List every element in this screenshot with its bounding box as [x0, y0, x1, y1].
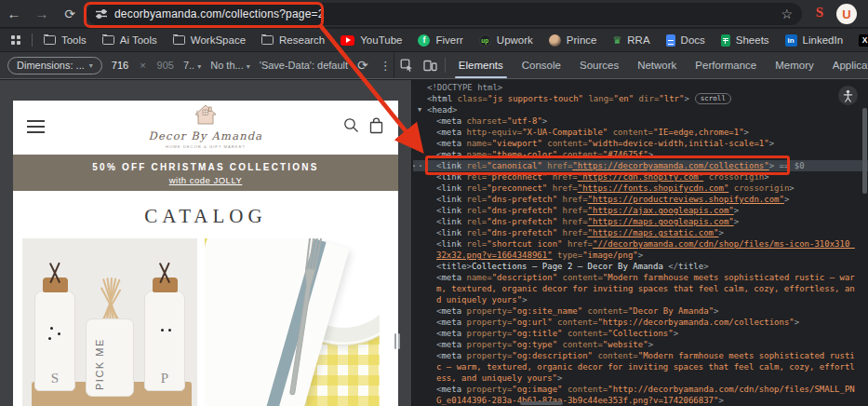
device-toolbar-toggle-icon[interactable] [419, 60, 443, 72]
dom-node[interactable]: <meta name="description" content="Modern… [413, 272, 868, 305]
promo-code-link[interactable]: with code JOLLY [13, 175, 398, 185]
bookmark-fiverr[interactable]: fFiverr [418, 34, 462, 47]
dom-node[interactable]: <!DOCTYPE html> [413, 82, 868, 93]
extension-icon[interactable]: S [816, 5, 823, 20]
rotate-viewport-icon[interactable]: ⟳ [357, 58, 368, 73]
leather-tie [44, 262, 66, 282]
dom-node[interactable]: <html class="js supports-touch" lang="en… [413, 93, 868, 104]
devtools-tab-bar: ElementsConsoleSourcesNetworkPerformance… [394, 52, 868, 78]
vertical-scrollbar[interactable] [862, 108, 867, 194]
dom-node[interactable]: <link rel="dns-prefetch" href="https://p… [413, 194, 868, 205]
tab-application[interactable]: Application [823, 52, 868, 78]
dom-node[interactable]: <meta name="viewport" content="width=dev… [413, 138, 868, 149]
bookmark-label: Prince [567, 34, 597, 46]
dom-node[interactable]: <meta property="og:description" content=… [413, 350, 868, 384]
product-image-shakers[interactable]: S PICK ME P [22, 238, 197, 406]
cart-bag-icon[interactable] [368, 117, 384, 134]
throttling-dropdown[interactable]: No th... ▾ [210, 60, 250, 71]
save-data-dropdown[interactable]: 'Save-Data': default [260, 60, 348, 71]
back-icon[interactable]: ← [0, 6, 28, 21]
selected-dom-node[interactable]: <link rel="canonical" href="https://deco… [413, 160, 868, 171]
zoom-dropdown[interactable]: 7.. ▾ [183, 60, 201, 71]
accessibility-icon[interactable] [838, 86, 858, 105]
dom-node[interactable]: <link rel="preconnect" href="https://cdn… [413, 171, 868, 183]
scroll-badge[interactable]: scroll [695, 93, 731, 104]
address-bar[interactable]: decorbyamanda.com/collections?page=2 ☆ [87, 3, 802, 25]
fiverr-icon: f [418, 34, 430, 47]
url-text[interactable]: decorbyamanda.com/collections?page=2 [114, 7, 325, 20]
dom-node[interactable]: ▼<head> [413, 104, 868, 115]
dom-node[interactable]: <link rel="preconnect" href="https://fon… [413, 183, 868, 194]
tab-memory[interactable]: Memory [766, 52, 823, 78]
logo-name: Decor By Amanda [13, 129, 398, 142]
site-header: Decor By Amanda HOME DECOR & GIFT MARKET [13, 101, 398, 154]
bookmark-upwork[interactable]: upUpwork [479, 34, 533, 47]
search-icon[interactable] [343, 117, 359, 133]
inspect-element-icon[interactable] [394, 59, 419, 72]
apps-grid-icon[interactable] [11, 35, 20, 45]
promo-banner[interactable]: 50% OFF CHRISTMAS COLLECTIONS with code … [13, 155, 398, 191]
chevron-down-icon: ▾ [197, 62, 201, 71]
dom-node[interactable]: <meta property="og:image" content="http:… [413, 384, 868, 406]
dom-node[interactable]: <link rel="dns-prefetch" href="https://m… [413, 216, 868, 227]
bookmark-ai-tools[interactable]: Ai Tools [102, 34, 157, 46]
bookmark-workspace[interactable]: WorkSpace [173, 34, 246, 46]
tab-network[interactable]: Network [628, 52, 686, 78]
promo-line1: 50% OFF CHRISTMAS COLLECTIONS [13, 162, 398, 172]
bookmark-docs[interactable]: Docs [666, 34, 705, 47]
dom-node[interactable]: <title>Collections – Page 2 – Decor By A… [413, 261, 868, 272]
bookmark-tools[interactable]: Tools [44, 34, 87, 46]
more-options-icon[interactable]: ⋮ [378, 59, 394, 73]
devtools-tabs: ElementsConsoleSourcesNetworkPerformance… [449, 52, 868, 78]
bookmark-youtube[interactable]: YouTube [341, 34, 402, 46]
forward-icon[interactable]: → [28, 6, 56, 21]
dom-node[interactable]: <link rel="dns-prefetch" href="https://m… [413, 227, 868, 238]
tab-console[interactable]: Console [513, 52, 570, 78]
site-settings-icon[interactable] [95, 8, 108, 20]
logo-tagline: HOME DECOR & GIFT MARKET [13, 144, 398, 149]
dom-node[interactable]: <meta name="theme-color" content="#74675… [413, 149, 868, 160]
dom-node[interactable]: <meta http-equiv="X-UA-Compatible" conte… [413, 127, 868, 138]
youtube-icon [341, 35, 354, 46]
viewport-height-input[interactable]: 905 [157, 60, 174, 71]
site-logo[interactable]: Decor By Amanda HOME DECOR & GIFT MARKET [13, 103, 398, 149]
bookmark-label: Tools [61, 34, 87, 46]
chevron-down-icon: ▾ [89, 61, 93, 70]
expand-arrow-icon[interactable]: ▼ [418, 104, 421, 115]
bookmark-prince[interactable]: Prince [549, 34, 597, 47]
bookmark-rra[interactable]: ♛RRA [612, 34, 649, 46]
browser-toolbar: ← → ⟳ decorbyamanda.com/collections?page… [0, 0, 868, 28]
viewport-resize-handle[interactable] [394, 333, 402, 349]
horizontal-scrollbar[interactable] [520, 401, 563, 405]
product-image-tablesetting[interactable] [205, 238, 380, 406]
browser-window: ← → ⟳ decorbyamanda.com/collections?page… [0, 0, 868, 406]
devtools-toolbar-row: Dimensions: ... ▾ 716 × 905 7.. ▾ No th.… [0, 52, 868, 79]
dom-node[interactable]: <meta property="og:title" content="Colle… [413, 328, 868, 339]
device-emulation-toolbar: Dimensions: ... ▾ 716 × 905 7.. ▾ No th.… [0, 52, 394, 78]
tab-elements[interactable]: Elements [449, 52, 513, 78]
dom-node[interactable]: <meta charset="utf-8"> [413, 115, 868, 127]
reload-icon[interactable]: ⟳ [56, 7, 84, 21]
dimensions-dropdown[interactable]: Dimensions: ... ▾ [7, 57, 102, 74]
node-menu-ellipsis-icon[interactable]: ... [413, 158, 424, 169]
dom-tree: <!DOCTYPE html><html class="js supports-… [413, 80, 868, 406]
bookmark-x[interactable]: XX [859, 34, 868, 47]
x-icon: X [859, 34, 868, 47]
emulated-viewport[interactable]: Decor By Amanda HOME DECOR & GIFT MARKET… [13, 101, 398, 406]
page-title: CATALOG [13, 205, 398, 228]
dom-node[interactable]: <meta property="og:type" content="websit… [413, 339, 868, 350]
tab-sources[interactable]: Sources [570, 52, 628, 78]
bookmarks-separator [32, 34, 33, 47]
bookmark-star-icon[interactable]: ☆ [781, 7, 793, 21]
dom-node[interactable]: <link rel="shortcut icon" href="//decorb… [413, 238, 868, 261]
bookmark-sheets[interactable]: Sheets [721, 34, 769, 47]
dom-node[interactable]: <meta property="og:site_name" content="D… [413, 305, 868, 317]
profile-avatar[interactable]: U [836, 4, 857, 24]
device-preview-pane: Decor By Amanda HOME DECOR & GIFT MARKET… [0, 80, 412, 406]
bookmark-linkedin[interactable]: inLinkedIn [785, 34, 843, 47]
viewport-width-input[interactable]: 716 [112, 60, 128, 71]
dom-node[interactable]: <meta property="og:url" content="https:/… [413, 317, 868, 328]
tab-performance[interactable]: Performance [686, 52, 766, 78]
dom-node[interactable]: <link rel="dns-prefetch" href="https://a… [413, 205, 868, 216]
bookmark-research[interactable]: Research [261, 34, 325, 46]
